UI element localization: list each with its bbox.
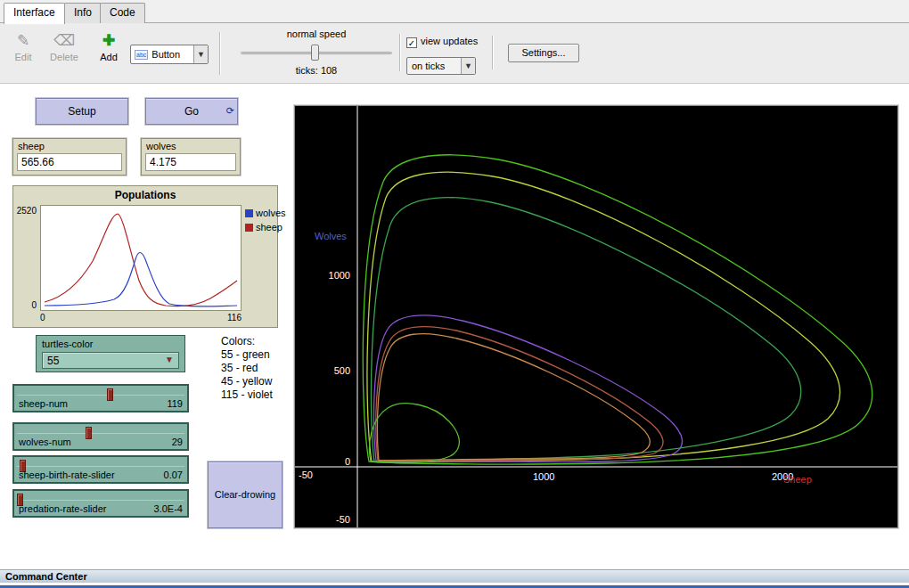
forever-icon: ⟳ bbox=[226, 98, 234, 123]
slider-name: wolves-num bbox=[19, 437, 71, 447]
netlogo-window: Interface Info Code ✎ Edit ⌫ Delete ✚ Ad… bbox=[0, 0, 909, 588]
wolves-monitor-value: 4.175 bbox=[145, 153, 236, 171]
toolbar-separator bbox=[399, 34, 401, 71]
plot-xmin-label: 0 bbox=[40, 313, 45, 323]
chevron-down-icon: ▼ bbox=[193, 45, 208, 63]
update-mode-dropdown[interactable]: on ticks ▼ bbox=[406, 57, 476, 75]
toolbar: ✎ Edit ⌫ Delete ✚ Add abc Button ▼ norma… bbox=[0, 23, 909, 84]
tab-interface[interactable]: Interface bbox=[4, 3, 65, 24]
sheep-monitor-value: 565.66 bbox=[17, 153, 122, 171]
chooser-dropdown-triangle-icon: ▼ bbox=[165, 355, 174, 364]
phase-curve-outer-green bbox=[363, 155, 872, 464]
plot-ymin-label: 0 bbox=[31, 300, 37, 310]
slider-value: 29 bbox=[172, 437, 183, 447]
pencil-icon: ✎ bbox=[5, 30, 41, 52]
world-canvas: 1000 500 0 -50 1000 2000 -50 Wolves Shee… bbox=[295, 106, 897, 527]
slider-name: sheep-num bbox=[19, 398, 68, 409]
update-mode-value: on ticks bbox=[407, 61, 445, 71]
chevron-down-icon: ▼ bbox=[461, 58, 475, 74]
phase-curve-inner-green bbox=[371, 198, 800, 461]
legend-sheep: sheep bbox=[245, 222, 283, 233]
phase-curve-red bbox=[376, 327, 663, 461]
chooser-value: 55 bbox=[47, 355, 59, 367]
slider-track[interactable] bbox=[17, 466, 184, 467]
widget-type-value: Button bbox=[152, 49, 180, 60]
phase-curve-violet bbox=[374, 315, 683, 462]
add-label: Add bbox=[91, 52, 127, 62]
clear-drowing-label: Clear-drowing bbox=[215, 489, 275, 500]
slider-name: predation-rate-slider bbox=[19, 503, 106, 514]
slider-handle[interactable] bbox=[86, 427, 92, 439]
clear-drowing-button[interactable]: Clear-drowing bbox=[208, 461, 283, 528]
slider-value: 119 bbox=[167, 398, 183, 409]
slider-track[interactable] bbox=[17, 395, 184, 396]
tab-info[interactable]: Info bbox=[64, 3, 102, 23]
phase-curve-small-green bbox=[370, 404, 460, 463]
wolves-legend-swatch bbox=[245, 209, 253, 217]
world-y-axis-label: Wolves bbox=[315, 231, 347, 241]
colors-note-line: 115 - violet bbox=[221, 388, 273, 402]
populations-plot: Populations 2520 0 0 116 wolves sheep bbox=[12, 185, 278, 328]
colors-note: Colors: 55 - green 35 - red 45 - yellow … bbox=[221, 335, 273, 402]
phase-curve-orange bbox=[377, 334, 650, 461]
interface-canvas: Setup Go ⟳ sheep 565.66 wolves 4.175 Pop… bbox=[0, 84, 909, 568]
slider-value: 3.0E-4 bbox=[154, 503, 183, 514]
speed-label: normal speed bbox=[241, 29, 392, 39]
legend-wolves: wolves bbox=[245, 208, 286, 218]
wolves-monitor-name: wolves bbox=[146, 141, 176, 151]
toolbar-separator bbox=[219, 32, 221, 75]
delete-button[interactable]: ⌫ Delete bbox=[46, 30, 82, 71]
world-tick-x1000: 1000 bbox=[533, 471, 554, 482]
sheep-legend-label: sheep bbox=[256, 222, 283, 233]
view-updates-control[interactable]: ✓view updates bbox=[406, 36, 478, 48]
edit-label: Edit bbox=[5, 52, 41, 62]
tab-bar: Interface Info Code bbox=[0, 0, 909, 23]
world-tick-y1000: 1000 bbox=[329, 270, 350, 281]
settings-button[interactable]: Settings... bbox=[508, 44, 579, 62]
command-center: Command Center bbox=[0, 568, 909, 588]
slider-track[interactable] bbox=[17, 500, 184, 501]
world-x-axis-label: Sheep bbox=[783, 474, 812, 485]
toolbar-separator bbox=[492, 36, 494, 69]
slider-track[interactable] bbox=[17, 433, 184, 434]
colors-note-line: 55 - green bbox=[221, 348, 273, 362]
world-tick-yneg: -50 bbox=[336, 514, 350, 525]
go-label: Go bbox=[184, 105, 199, 118]
go-button[interactable]: Go ⟳ bbox=[145, 98, 238, 125]
sheep-legend-swatch bbox=[245, 224, 253, 232]
plot-title: Populations bbox=[13, 189, 277, 201]
widget-type-dropdown[interactable]: abc Button ▼ bbox=[130, 45, 209, 64]
slider-handle[interactable] bbox=[107, 388, 113, 401]
plot-xmax-label: 116 bbox=[227, 313, 242, 323]
world-tick-y0: 0 bbox=[345, 456, 350, 467]
plot-curves bbox=[41, 206, 241, 310]
tab-code[interactable]: Code bbox=[100, 3, 145, 23]
plus-icon: ✚ bbox=[91, 30, 127, 52]
slider-value: 0.07 bbox=[164, 470, 183, 480]
sheep-birth-rate-slider[interactable]: sheep-birth-rate-slider 0.07 bbox=[12, 455, 189, 484]
wolves-monitor: wolves 4.175 bbox=[141, 138, 241, 176]
setup-button[interactable]: Setup bbox=[36, 98, 128, 125]
plot-ymax-label: 2520 bbox=[17, 206, 37, 216]
delete-label: Delete bbox=[46, 52, 82, 62]
chooser-value-box[interactable]: 55 ▼ bbox=[42, 352, 179, 369]
command-center-header[interactable]: Command Center bbox=[0, 569, 909, 583]
phase-curve-outer-yellow bbox=[367, 172, 840, 461]
view-updates-checkbox[interactable]: ✓ bbox=[406, 37, 417, 48]
sheep-num-slider[interactable]: sheep-num 119 bbox=[12, 384, 189, 412]
world-view[interactable]: 1000 500 0 -50 1000 2000 -50 Wolves Shee… bbox=[294, 105, 898, 528]
sheep-curve bbox=[45, 214, 237, 306]
wolves-num-slider[interactable]: wolves-num 29 bbox=[12, 422, 189, 451]
sheep-monitor-name: sheep bbox=[18, 141, 45, 151]
add-button[interactable]: ✚ Add bbox=[91, 30, 127, 71]
edit-button[interactable]: ✎ Edit bbox=[5, 30, 41, 71]
turtles-color-chooser[interactable]: turtles-color 55 ▼ bbox=[36, 335, 185, 372]
predation-rate-slider[interactable]: predation-rate-slider 3.0E-4 bbox=[12, 489, 189, 518]
speed-slider-handle[interactable] bbox=[311, 45, 319, 61]
view-updates-label: view updates bbox=[421, 36, 478, 46]
colors-note-line: 35 - red bbox=[221, 362, 273, 375]
delete-icon: ⌫ bbox=[46, 30, 82, 52]
world-tick-xneg: -50 bbox=[299, 470, 313, 480]
setup-label: Setup bbox=[68, 105, 95, 118]
ticks-counter: ticks: 108 bbox=[241, 65, 392, 76]
